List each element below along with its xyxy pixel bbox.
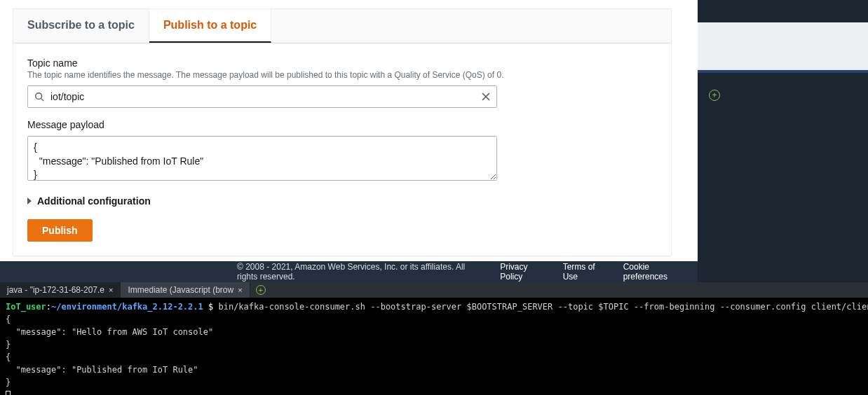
terminal[interactable]: IoT_user:~/environment/kafka_2.12-2.2.1 … [0,298,868,395]
tab-publish[interactable]: Publish to a topic [149,9,271,43]
terminal-output-line: } [6,340,11,349]
footer-copyright: © 2008 - 2021, Amazon Web Services, Inc.… [237,262,482,282]
ide-tab-terminal[interactable]: java - "ip-172-31-68-207.e × [0,282,121,298]
mqtt-test-client-panel: Subscribe to a topic Publish to a topic … [13,8,672,256]
payload-label: Message payload [27,119,657,130]
topic-name-label: Topic name [27,57,657,69]
footer-cookies-link[interactable]: Cookie preferences [623,262,685,282]
tab-subscribe[interactable]: Subscribe to a topic [13,9,149,43]
panel-body: Topic name The topic name identifies the… [13,43,671,256]
terminal-user: IoT_user [6,302,46,312]
plus-icon: + [256,285,266,295]
terminal-cursor [6,391,11,396]
terminal-prompt: $ [203,302,219,312]
terminal-command: bin/kafka-console-consumer.sh --bootstra… [218,302,868,312]
ide-tab-immediate[interactable]: Immediate (Javascript (brow × [121,282,250,298]
side-panel-strip [698,22,868,70]
terminal-output-line: } [6,377,11,387]
additional-configuration-toggle[interactable]: Additional configuration [27,195,657,207]
terminal-path: ~/environment/kafka_2.12-2.2.1 [51,302,203,312]
aws-footer: © 2008 - 2021, Amazon Web Services, Inc.… [0,261,698,282]
terminal-output-line: "message": "Published from IoT Rule" [6,365,198,375]
terminal-colon: : [46,302,51,312]
terminal-output-line: { [6,352,11,362]
clear-icon[interactable] [480,91,491,102]
tab-bar: Subscribe to a topic Publish to a topic [13,9,671,43]
payload-input[interactable] [27,136,497,181]
terminal-output-line: { [6,314,11,324]
ide-tab-immediate-label: Immediate (Javascript (brow [128,285,233,295]
cloud9-side-panel: + [698,0,868,282]
additional-configuration-label: Additional configuration [37,195,151,207]
footer-privacy-link[interactable]: Privacy Policy [500,262,544,282]
add-panel-icon[interactable]: + [709,90,720,101]
topic-name-input[interactable] [27,85,497,108]
side-panel-divider [698,70,868,73]
terminal-output-line: "message": "Hello from AWS IoT console" [6,327,213,337]
ide-tab-terminal-label: java - "ip-172-31-68-207.e [7,285,104,295]
topic-name-desc: The topic name identifies the message. T… [27,70,657,80]
footer-terms-link[interactable]: Terms of Use [563,262,605,282]
publish-button[interactable]: Publish [27,219,93,242]
ide-add-tab[interactable]: + [250,282,271,298]
close-icon[interactable]: × [238,286,242,294]
ide-tab-bar: java - "ip-172-31-68-207.e × Immediate (… [0,282,868,298]
topic-input-wrap [27,85,497,108]
caret-right-icon [27,198,32,205]
close-icon[interactable]: × [109,286,113,294]
